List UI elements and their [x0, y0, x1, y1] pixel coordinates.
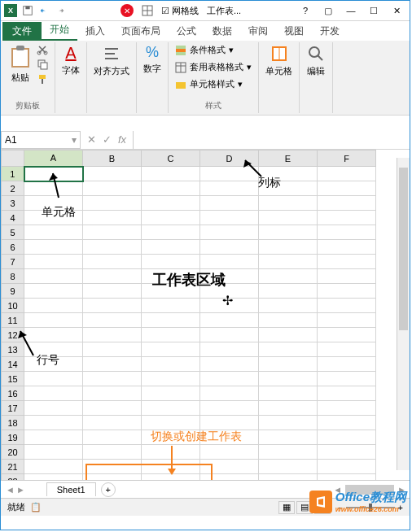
- editing-button[interactable]: 编辑: [306, 44, 326, 77]
- row-header[interactable]: 6: [2, 240, 24, 255]
- cell[interactable]: [142, 342, 200, 357]
- cell[interactable]: [142, 430, 200, 445]
- cell[interactable]: [200, 474, 259, 481]
- row-header[interactable]: 13: [2, 342, 24, 357]
- cell-a1[interactable]: [24, 167, 83, 181]
- cell[interactable]: [142, 460, 200, 474]
- gridlines-checkbox[interactable]: ☑ 网格线: [161, 5, 199, 17]
- cell[interactable]: [24, 416, 83, 430]
- cancel-formula-icon[interactable]: ✕: [87, 133, 96, 146]
- cell[interactable]: [259, 196, 318, 211]
- row-header[interactable]: 9: [2, 284, 24, 299]
- cell[interactable]: [318, 181, 376, 196]
- minimize-icon[interactable]: —: [341, 3, 361, 18]
- cell[interactable]: [24, 299, 83, 313]
- close-icon[interactable]: ✕: [121, 4, 134, 17]
- cell[interactable]: [318, 313, 376, 328]
- cell[interactable]: [318, 416, 376, 430]
- cell[interactable]: [200, 342, 259, 357]
- cell[interactable]: [200, 445, 259, 460]
- cell[interactable]: [142, 284, 200, 299]
- number-button[interactable]: % 数字: [143, 44, 161, 75]
- tab-layout[interactable]: 页面布局: [113, 22, 169, 41]
- cell[interactable]: [318, 240, 376, 255]
- close-window-icon[interactable]: ✕: [387, 3, 406, 18]
- cell[interactable]: [259, 225, 318, 240]
- fx-icon[interactable]: fx: [118, 133, 126, 146]
- cell[interactable]: [142, 386, 200, 401]
- cell[interactable]: [83, 181, 142, 196]
- col-header-d[interactable]: D: [200, 150, 259, 167]
- row-header[interactable]: 22: [2, 474, 24, 481]
- cell[interactable]: [318, 430, 376, 445]
- tab-data[interactable]: 数据: [204, 22, 240, 41]
- cell[interactable]: [83, 269, 142, 284]
- cell[interactable]: [318, 167, 376, 181]
- nav-prev-icon[interactable]: ◄: [6, 485, 15, 495]
- row-header[interactable]: 17: [2, 401, 24, 416]
- cell[interactable]: [318, 299, 376, 313]
- select-all-corner[interactable]: [2, 150, 24, 167]
- maximize-icon[interactable]: ☐: [364, 3, 384, 18]
- cell[interactable]: [259, 342, 318, 357]
- row-header[interactable]: 3: [2, 196, 24, 211]
- cell[interactable]: [24, 474, 83, 481]
- cell[interactable]: [83, 255, 142, 269]
- row-header[interactable]: 15: [2, 372, 24, 386]
- cell[interactable]: [200, 357, 259, 372]
- cell[interactable]: [318, 474, 376, 481]
- cell[interactable]: [24, 313, 83, 328]
- row-header[interactable]: 18: [2, 416, 24, 430]
- cell[interactable]: [200, 313, 259, 328]
- col-header-e[interactable]: E: [259, 150, 318, 167]
- row-header[interactable]: 5: [2, 225, 24, 240]
- tab-insert[interactable]: 插入: [77, 22, 113, 41]
- cell[interactable]: [259, 445, 318, 460]
- cell[interactable]: [200, 269, 259, 284]
- cell[interactable]: [259, 269, 318, 284]
- cell[interactable]: [83, 401, 142, 416]
- row-header[interactable]: 20: [2, 445, 24, 460]
- cell[interactable]: [318, 372, 376, 386]
- cell[interactable]: [318, 328, 376, 342]
- view-normal-icon[interactable]: ▦: [278, 501, 295, 514]
- row-header[interactable]: 19: [2, 430, 24, 445]
- cell[interactable]: [200, 167, 259, 181]
- cell[interactable]: [142, 299, 200, 313]
- cell[interactable]: [24, 460, 83, 474]
- cell[interactable]: [142, 181, 200, 196]
- name-box[interactable]: A1▾: [1, 131, 81, 149]
- cell[interactable]: [83, 167, 142, 181]
- cell[interactable]: [259, 460, 318, 474]
- grid-icon[interactable]: [142, 5, 153, 16]
- cell[interactable]: [318, 386, 376, 401]
- cell[interactable]: [200, 181, 259, 196]
- cell[interactable]: [24, 445, 83, 460]
- cell[interactable]: [259, 416, 318, 430]
- cell[interactable]: [259, 430, 318, 445]
- cell[interactable]: [259, 357, 318, 372]
- formula-bar[interactable]: [133, 131, 410, 149]
- cell[interactable]: [24, 196, 83, 211]
- cell[interactable]: [142, 240, 200, 255]
- cell[interactable]: [200, 401, 259, 416]
- cell[interactable]: [200, 460, 259, 474]
- cell[interactable]: [83, 225, 142, 240]
- cell[interactable]: [259, 313, 318, 328]
- col-header-b[interactable]: B: [83, 150, 142, 167]
- col-header-a[interactable]: A: [24, 150, 83, 167]
- cell[interactable]: [200, 386, 259, 401]
- cell[interactable]: [259, 240, 318, 255]
- cell[interactable]: [83, 196, 142, 211]
- cell[interactable]: [318, 342, 376, 357]
- cell[interactable]: [24, 181, 83, 196]
- cell[interactable]: [200, 328, 259, 342]
- add-sheet-button[interactable]: +: [101, 482, 116, 497]
- cell[interactable]: [318, 357, 376, 372]
- cell[interactable]: [83, 240, 142, 255]
- row-header[interactable]: 10: [2, 299, 24, 313]
- row-header[interactable]: 14: [2, 357, 24, 372]
- row-header[interactable]: 12: [2, 328, 24, 342]
- cell[interactable]: [200, 240, 259, 255]
- cell[interactable]: [200, 416, 259, 430]
